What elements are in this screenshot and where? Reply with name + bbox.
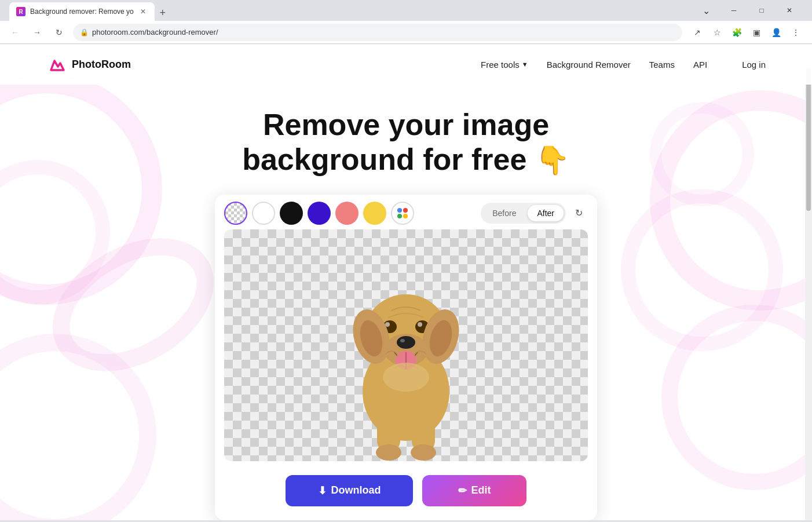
tab-title: Background remover: Remove yo <box>30 8 134 16</box>
after-button[interactable]: After <box>528 205 564 221</box>
nav-background-remover-label: Background Remover <box>547 60 631 70</box>
bookmark-button[interactable]: ☆ <box>708 23 726 42</box>
image-display-area <box>224 229 588 461</box>
download-label: Download <box>331 484 381 497</box>
svg-point-23 <box>411 444 436 461</box>
hero-title: Remove your image background for free 👇 <box>203 108 609 177</box>
swatch-transparent[interactable] <box>224 202 247 225</box>
color-swatches <box>224 202 481 225</box>
address-actions: ↗ ☆ 🧩 ▣ 👤 ⋮ <box>688 23 805 42</box>
hero-title-line1: Remove your image <box>263 108 549 141</box>
url-text: photoroom.com/background-remover/ <box>92 28 218 36</box>
profile-button[interactable]: 👤 <box>767 23 785 42</box>
before-after-toggle: Before After <box>481 203 566 224</box>
svg-point-3 <box>397 214 402 218</box>
swatch-white[interactable] <box>252 202 275 225</box>
logo-text: PhotoRoom <box>72 59 131 71</box>
download-icon: ⬇ <box>318 484 327 497</box>
refresh-preview-button[interactable]: ↻ <box>569 204 588 222</box>
address-bar: ← → ↻ 🔒 photoroom.com/background-remover… <box>0 21 812 44</box>
tab-favicon: R <box>16 7 25 16</box>
nav-teams[interactable]: Teams <box>649 60 675 70</box>
edit-button[interactable]: ✏ Edit <box>422 475 526 506</box>
url-box[interactable]: 🔒 photoroom.com/background-remover/ <box>73 24 682 41</box>
logo-icon <box>46 54 67 75</box>
nav-api-label: API <box>693 60 707 70</box>
title-bar: R Background remover: Remove yo ✕ + ⌄ ─ … <box>0 0 812 21</box>
svg-point-24 <box>383 363 429 392</box>
swatch-pink[interactable] <box>335 202 359 225</box>
nav-free-tools[interactable]: Free tools ▼ <box>481 60 528 70</box>
logo-area[interactable]: PhotoRoom <box>46 54 131 75</box>
svg-point-9 <box>400 339 405 342</box>
before-button[interactable]: Before <box>483 205 525 221</box>
edit-icon: ✏ <box>458 484 467 497</box>
close-button[interactable]: ✕ <box>776 2 803 19</box>
edit-label: Edit <box>471 484 491 497</box>
browser-tab[interactable]: R Background remover: Remove yo ✕ <box>9 2 155 21</box>
login-button[interactable]: Log in <box>742 60 766 70</box>
hand-pointing-emoji: 👇 <box>535 144 570 176</box>
window-controls: ⌄ ─ □ ✕ <box>693 2 803 19</box>
svg-point-2 <box>403 208 408 213</box>
minimize-button[interactable]: ─ <box>720 2 747 19</box>
navbar: PhotoRoom Free tools ▼ Background Remove… <box>0 44 812 85</box>
svg-point-22 <box>376 444 401 461</box>
lock-icon: 🔒 <box>80 28 89 36</box>
sidebar-toggle-button[interactable]: ▣ <box>747 23 766 42</box>
browser-window: R Background remover: Remove yo ✕ + ⌄ ─ … <box>0 0 812 522</box>
dog-image <box>325 253 487 461</box>
swatch-purple[interactable] <box>308 202 331 225</box>
extensions-button[interactable]: 🧩 <box>727 23 746 42</box>
preview-card: Before After ↻ <box>215 195 597 520</box>
page-content: PhotoRoom Free tools ▼ Background Remove… <box>0 44 812 520</box>
nav-background-remover[interactable]: Background Remover <box>547 60 631 70</box>
action-buttons: ⬇ Download ✏ Edit <box>215 461 597 520</box>
hero-title-line2: background for free <box>242 143 526 176</box>
swatch-more-colors[interactable] <box>391 202 414 225</box>
menu-button[interactable]: ⋮ <box>787 23 805 42</box>
nav-links: Free tools ▼ Background Remover Teams AP… <box>481 60 707 70</box>
svg-point-1 <box>397 208 402 213</box>
maximize-button[interactable]: □ <box>748 2 775 19</box>
share-button[interactable]: ↗ <box>688 23 707 42</box>
swatch-black[interactable] <box>280 202 303 225</box>
hero-section: Remove your image background for free 👇 <box>0 85 812 520</box>
swatch-yellow[interactable] <box>363 202 386 225</box>
chevron-down-button[interactable]: ⌄ <box>693 2 719 19</box>
svg-point-15 <box>418 322 422 327</box>
tab-close-button[interactable]: ✕ <box>138 7 148 16</box>
nav-teams-label: Teams <box>649 60 675 70</box>
back-button[interactable]: ← <box>7 24 23 41</box>
refresh-nav-button[interactable]: ↻ <box>51 24 67 41</box>
new-tab-button[interactable]: + <box>155 5 171 21</box>
svg-point-4 <box>403 214 408 218</box>
svg-point-8 <box>397 336 415 349</box>
dropdown-arrow-icon: ▼ <box>522 61 528 68</box>
google-colors-icon <box>396 207 409 220</box>
forward-button[interactable]: → <box>29 24 45 41</box>
download-button[interactable]: ⬇ Download <box>286 475 413 506</box>
nav-api[interactable]: API <box>693 60 707 70</box>
nav-free-tools-label: Free tools <box>481 60 520 70</box>
